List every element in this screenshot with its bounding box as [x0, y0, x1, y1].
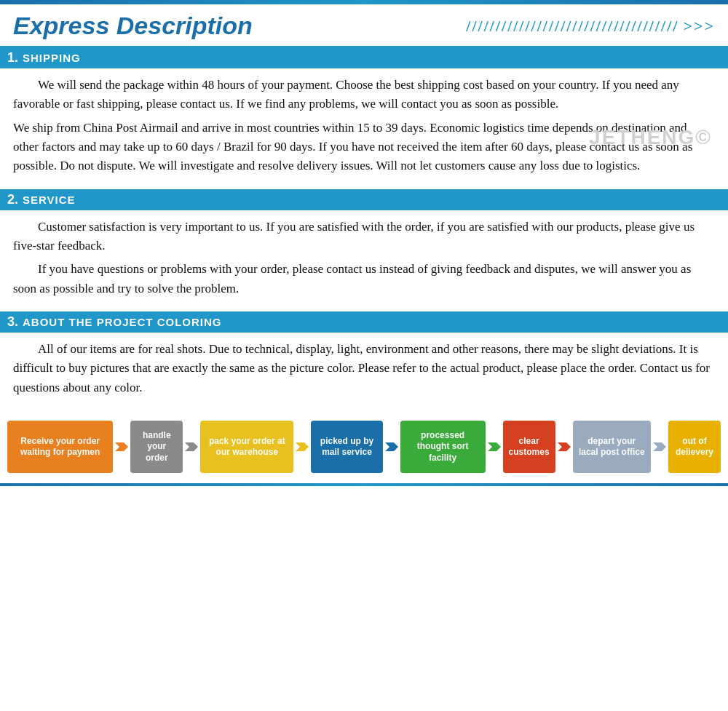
- flow-box-1: Receive your order waiting for paymen: [7, 421, 113, 473]
- svg-marker-1: [185, 442, 198, 451]
- svg-marker-3: [385, 442, 398, 451]
- flow-label-6: clear customes: [508, 436, 550, 458]
- section-1-number: 1.: [7, 50, 18, 65]
- page-header: Express Description ////////////////////…: [0, 4, 728, 47]
- flow-box-7: depart your lacal post office: [573, 421, 651, 473]
- svg-marker-6: [653, 442, 666, 451]
- section-2-para-1: Customer satisfaction is very important …: [13, 218, 715, 256]
- flow-box-3: pack your order at our warehouse: [200, 421, 293, 473]
- flow-label-1: Receive your order waiting for paymen: [12, 436, 108, 458]
- section-1-para-1: We will send the package within 48 hours…: [13, 76, 715, 114]
- header-chevrons: >>>: [683, 17, 715, 36]
- header-decoration: //////////////////////////////////// >>>: [462, 17, 715, 36]
- flow-step-6: clear customes: [503, 421, 555, 473]
- section-3-number: 3.: [7, 314, 18, 330]
- section-1-para-2: We ship from China Post Airmail and arri…: [13, 119, 715, 176]
- section-2-heading: 2. SERVICE: [0, 189, 728, 210]
- svg-marker-5: [558, 442, 571, 451]
- flow-step-4: picked up by mail service: [311, 421, 382, 473]
- flow-arrow-7: [651, 438, 668, 456]
- bottom-border: [0, 483, 728, 486]
- flow-step-1: Receive your order waiting for paymen: [7, 421, 113, 473]
- page-title: Express Description: [13, 12, 253, 40]
- section-3-para-1: All of our items are for real shots. Due…: [13, 340, 715, 397]
- flow-box-4: picked up by mail service: [311, 421, 382, 473]
- section-1-label: SHIPPING: [23, 52, 81, 64]
- flow-label-5: processed thought sort facility: [405, 430, 480, 464]
- section-2-number: 2.: [7, 192, 18, 207]
- main-content: JETHENG© 1. SHIPPING We will send the pa…: [0, 47, 728, 483]
- header-slashes: ////////////////////////////////////: [466, 17, 678, 36]
- svg-marker-4: [488, 442, 501, 451]
- flow-arrow-5: [486, 438, 503, 456]
- flow-arrow-4: [383, 438, 400, 456]
- flow-arrow-6: [555, 438, 573, 456]
- flow-box-8: out of delievery: [668, 421, 721, 473]
- flow-box-5: processed thought sort facility: [400, 421, 486, 473]
- section-2-content: Customer satisfaction is very important …: [0, 210, 728, 311]
- section-3-heading: 3. ABOUT THE PROJECT COLORING: [0, 311, 728, 333]
- flow-label-8: out of delievery: [673, 436, 716, 458]
- flow-label-7: depart your lacal post office: [578, 436, 646, 458]
- section-2-para-2: If you have questions or problems with y…: [13, 260, 715, 298]
- flow-step-2: handle your order: [130, 421, 183, 473]
- section-1-content: We will send the package within 48 hours…: [0, 68, 728, 189]
- flow-step-3: pack your order at our warehouse: [200, 421, 293, 473]
- flow-step-7: depart your lacal post office: [573, 421, 651, 473]
- flow-step-8: out of delievery: [668, 421, 721, 473]
- flow-arrow-3: [293, 438, 311, 456]
- flow-arrow-1: [113, 438, 130, 456]
- svg-marker-0: [115, 442, 128, 451]
- flow-label-3: pack your order at our warehouse: [205, 436, 288, 458]
- svg-marker-2: [296, 442, 309, 451]
- flow-label-4: picked up by mail service: [316, 436, 377, 458]
- flow-box-6: clear customes: [503, 421, 555, 473]
- flow-arrow-2: [183, 438, 200, 456]
- section-1-heading: 1. SHIPPING: [0, 47, 728, 68]
- flow-step-5: processed thought sort facility: [400, 421, 486, 473]
- flow-box-2: handle your order: [130, 421, 183, 473]
- section-3-label: ABOUT THE PROJECT COLORING: [23, 316, 222, 328]
- section-2-label: SERVICE: [23, 194, 76, 206]
- flow-diagram: Receive your order waiting for paymen ha…: [0, 410, 728, 483]
- section-3-content: All of our items are for real shots. Due…: [0, 333, 728, 410]
- flow-label-2: handle your order: [135, 430, 178, 464]
